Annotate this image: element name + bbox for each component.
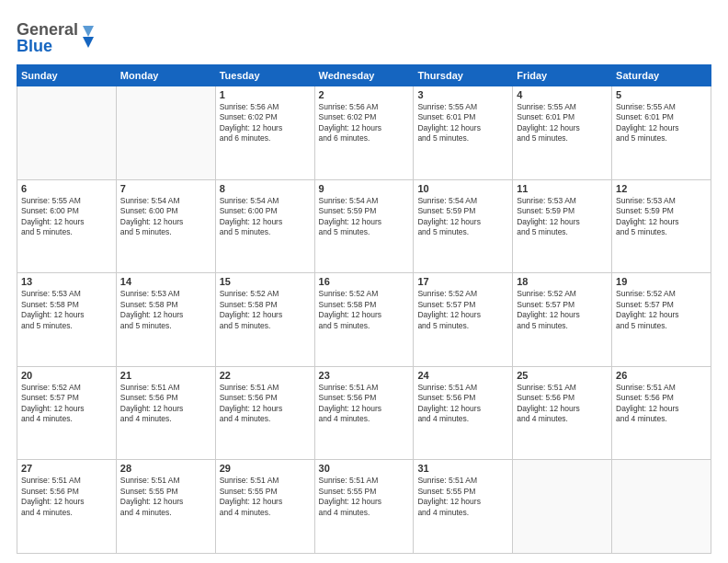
day-header-saturday: Saturday <box>612 65 711 86</box>
calendar-cell <box>116 86 215 180</box>
calendar-cell: 7Sunrise: 5:54 AMSunset: 6:00 PMDaylight… <box>116 179 215 273</box>
cell-content: Sunrise: 5:51 AMSunset: 5:56 PMDaylight:… <box>21 476 112 518</box>
cell-content: Sunrise: 5:55 AMSunset: 6:00 PMDaylight:… <box>21 196 112 238</box>
day-number: 5 <box>616 89 707 100</box>
calendar-cell: 23Sunrise: 5:51 AMSunset: 5:56 PMDayligh… <box>314 366 414 460</box>
calendar-cell <box>17 86 117 180</box>
day-header-sunday: Sunday <box>17 65 117 86</box>
week-row-3: 20Sunrise: 5:52 AMSunset: 5:57 PMDayligh… <box>17 366 711 460</box>
cell-content: Sunrise: 5:53 AMSunset: 5:59 PMDaylight:… <box>616 196 707 238</box>
calendar-cell: 13Sunrise: 5:53 AMSunset: 5:58 PMDayligh… <box>17 273 117 367</box>
calendar-cell: 14Sunrise: 5:53 AMSunset: 5:58 PMDayligh… <box>116 273 215 367</box>
calendar-cell: 19Sunrise: 5:52 AMSunset: 5:57 PMDayligh… <box>612 273 711 367</box>
calendar-cell: 5Sunrise: 5:55 AMSunset: 6:01 PMDaylight… <box>612 86 711 180</box>
day-header-friday: Friday <box>513 65 612 86</box>
cell-content: Sunrise: 5:56 AMSunset: 6:02 PMDaylight:… <box>220 102 311 144</box>
cell-content: Sunrise: 5:51 AMSunset: 5:56 PMDaylight:… <box>517 383 608 425</box>
cell-content: Sunrise: 5:52 AMSunset: 5:57 PMDaylight:… <box>417 289 508 331</box>
day-number: 2 <box>319 89 410 100</box>
calendar-cell: 2Sunrise: 5:56 AMSunset: 6:02 PMDaylight… <box>314 86 414 180</box>
day-number: 21 <box>120 370 211 381</box>
calendar-cell: 24Sunrise: 5:51 AMSunset: 5:56 PMDayligh… <box>414 366 513 460</box>
day-number: 6 <box>21 183 112 194</box>
calendar-cell: 31Sunrise: 5:51 AMSunset: 5:55 PMDayligh… <box>414 460 513 554</box>
calendar-cell: 10Sunrise: 5:54 AMSunset: 5:59 PMDayligh… <box>414 179 513 273</box>
day-number: 25 <box>517 370 608 381</box>
day-number: 23 <box>319 370 410 381</box>
week-row-4: 27Sunrise: 5:51 AMSunset: 5:56 PMDayligh… <box>17 460 711 554</box>
cell-content: Sunrise: 5:54 AMSunset: 5:59 PMDaylight:… <box>319 196 410 238</box>
day-number: 20 <box>21 370 112 381</box>
cell-content: Sunrise: 5:51 AMSunset: 5:55 PMDaylight:… <box>417 476 508 518</box>
cell-content: Sunrise: 5:52 AMSunset: 5:57 PMDaylight:… <box>517 289 608 331</box>
calendar-cell: 25Sunrise: 5:51 AMSunset: 5:56 PMDayligh… <box>513 366 612 460</box>
day-number: 31 <box>417 463 508 474</box>
cell-content: Sunrise: 5:51 AMSunset: 5:56 PMDaylight:… <box>220 383 311 425</box>
cell-content: Sunrise: 5:52 AMSunset: 5:58 PMDaylight:… <box>220 289 311 331</box>
calendar-cell: 4Sunrise: 5:55 AMSunset: 6:01 PMDaylight… <box>513 86 612 180</box>
svg-marker-2 <box>83 37 94 48</box>
day-number: 17 <box>417 276 508 287</box>
logo: General Blue <box>17 17 99 57</box>
cell-content: Sunrise: 5:55 AMSunset: 6:01 PMDaylight:… <box>517 102 608 144</box>
cell-content: Sunrise: 5:53 AMSunset: 5:58 PMDaylight:… <box>120 289 211 331</box>
week-row-2: 13Sunrise: 5:53 AMSunset: 5:58 PMDayligh… <box>17 273 711 367</box>
calendar-cell: 6Sunrise: 5:55 AMSunset: 6:00 PMDaylight… <box>17 179 117 273</box>
day-number: 22 <box>220 370 311 381</box>
calendar-cell: 3Sunrise: 5:55 AMSunset: 6:01 PMDaylight… <box>414 86 513 180</box>
day-number: 9 <box>319 183 410 194</box>
cell-content: Sunrise: 5:54 AMSunset: 5:59 PMDaylight:… <box>417 196 508 238</box>
day-header-monday: Monday <box>116 65 215 86</box>
day-number: 19 <box>616 276 707 287</box>
calendar-cell <box>612 460 711 554</box>
cell-content: Sunrise: 5:55 AMSunset: 6:01 PMDaylight:… <box>616 102 707 144</box>
calendar-cell: 12Sunrise: 5:53 AMSunset: 5:59 PMDayligh… <box>612 179 711 273</box>
calendar-cell: 29Sunrise: 5:51 AMSunset: 5:55 PMDayligh… <box>215 460 314 554</box>
cell-content: Sunrise: 5:54 AMSunset: 6:00 PMDaylight:… <box>120 196 211 238</box>
day-number: 28 <box>120 463 211 474</box>
cell-content: Sunrise: 5:51 AMSunset: 5:55 PMDaylight:… <box>220 476 311 518</box>
day-header-tuesday: Tuesday <box>215 65 314 86</box>
day-number: 1 <box>220 89 311 100</box>
calendar-cell: 11Sunrise: 5:53 AMSunset: 5:59 PMDayligh… <box>513 179 612 273</box>
week-row-0: 1Sunrise: 5:56 AMSunset: 6:02 PMDaylight… <box>17 86 711 180</box>
calendar-cell: 26Sunrise: 5:51 AMSunset: 5:56 PMDayligh… <box>612 366 711 460</box>
day-number: 30 <box>319 463 410 474</box>
calendar-cell: 18Sunrise: 5:52 AMSunset: 5:57 PMDayligh… <box>513 273 612 367</box>
day-number: 14 <box>120 276 211 287</box>
cell-content: Sunrise: 5:55 AMSunset: 6:01 PMDaylight:… <box>417 102 508 144</box>
cell-content: Sunrise: 5:53 AMSunset: 5:58 PMDaylight:… <box>21 289 112 331</box>
cell-content: Sunrise: 5:51 AMSunset: 5:56 PMDaylight:… <box>120 383 211 425</box>
cell-content: Sunrise: 5:51 AMSunset: 5:55 PMDaylight:… <box>120 476 211 518</box>
day-number: 11 <box>517 183 608 194</box>
day-number: 29 <box>220 463 311 474</box>
calendar-cell: 9Sunrise: 5:54 AMSunset: 5:59 PMDaylight… <box>314 179 414 273</box>
day-number: 16 <box>319 276 410 287</box>
day-number: 18 <box>517 276 608 287</box>
calendar-cell: 16Sunrise: 5:52 AMSunset: 5:58 PMDayligh… <box>314 273 414 367</box>
day-number: 10 <box>417 183 508 194</box>
day-number: 3 <box>417 89 508 100</box>
week-row-1: 6Sunrise: 5:55 AMSunset: 6:00 PMDaylight… <box>17 179 711 273</box>
calendar-cell: 17Sunrise: 5:52 AMSunset: 5:57 PMDayligh… <box>414 273 513 367</box>
cell-content: Sunrise: 5:52 AMSunset: 5:58 PMDaylight:… <box>319 289 410 331</box>
cell-content: Sunrise: 5:52 AMSunset: 5:57 PMDaylight:… <box>616 289 707 331</box>
logo-image: General Blue <box>17 17 99 57</box>
cell-content: Sunrise: 5:51 AMSunset: 5:56 PMDaylight:… <box>319 383 410 425</box>
day-number: 7 <box>120 183 211 194</box>
day-number: 24 <box>417 370 508 381</box>
svg-marker-3 <box>83 26 94 37</box>
day-number: 8 <box>220 183 311 194</box>
page: General Blue SundayMondayTuesdayWednesda… <box>0 0 728 563</box>
svg-text:General: General <box>17 20 78 39</box>
cell-content: Sunrise: 5:52 AMSunset: 5:57 PMDaylight:… <box>21 383 112 425</box>
day-number: 4 <box>517 89 608 100</box>
calendar-cell: 30Sunrise: 5:51 AMSunset: 5:55 PMDayligh… <box>314 460 414 554</box>
cell-content: Sunrise: 5:56 AMSunset: 6:02 PMDaylight:… <box>319 102 410 144</box>
cell-content: Sunrise: 5:53 AMSunset: 5:59 PMDaylight:… <box>517 196 608 238</box>
cell-content: Sunrise: 5:51 AMSunset: 5:55 PMDaylight:… <box>319 476 410 518</box>
calendar-cell: 1Sunrise: 5:56 AMSunset: 6:02 PMDaylight… <box>215 86 314 180</box>
calendar-cell: 8Sunrise: 5:54 AMSunset: 6:00 PMDaylight… <box>215 179 314 273</box>
cell-content: Sunrise: 5:54 AMSunset: 6:00 PMDaylight:… <box>220 196 311 238</box>
cell-content: Sunrise: 5:51 AMSunset: 5:56 PMDaylight:… <box>417 383 508 425</box>
